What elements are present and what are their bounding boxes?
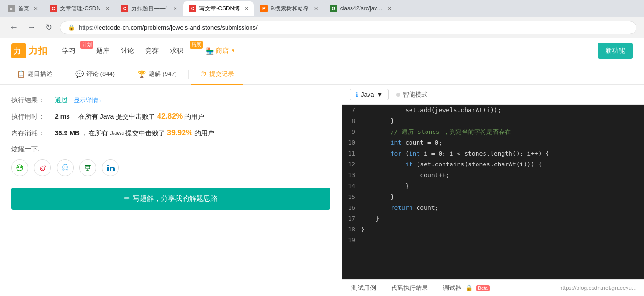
- top-nav: 力 力扣 学习 计划 题库 讨论 竞赛 求职 拓展 🏪 商店 ▼ 新功能: [0, 38, 644, 64]
- svg-point-4: [41, 168, 42, 169]
- nav-item-problems[interactable]: 题库: [96, 45, 109, 57]
- svg-text:力: 力: [13, 47, 21, 55]
- ptab-label-solutions: 题解 (947): [149, 70, 177, 78]
- tab-favicon-6: G: [330, 5, 337, 12]
- share-douban[interactable]: [79, 159, 96, 176]
- tab-favicon-1: ≡: [8, 5, 15, 12]
- line-code-13: count++;: [361, 170, 644, 181]
- tab-title-2: 文章管理-CSDN: [60, 5, 100, 13]
- code-line-8: 8 }: [342, 115, 644, 126]
- nav-item-jobs[interactable]: 求职 拓展: [170, 45, 194, 57]
- problem-tabs: 📋 题目描述 💬 评论 (844) 🏆 题解 (947) ⏱ 提交记录: [0, 64, 644, 85]
- code-line-14: 14 }: [342, 181, 644, 191]
- description-icon: 📋: [17, 70, 25, 78]
- nav-item-store[interactable]: 🏪 商店 ▼: [206, 45, 235, 57]
- tab-close-3[interactable]: ×: [173, 5, 177, 12]
- line-code-16: return count;: [361, 202, 644, 213]
- result-section: 执行结果： 通过 显示详情 › 执行用时： 2 ms ，在所有 Java 提交中…: [11, 96, 330, 138]
- smart-mode: 智能模式: [396, 90, 427, 99]
- code-line-10: 10 int count = 0;: [342, 137, 644, 148]
- line-code-15: }: [361, 191, 644, 202]
- memory-row: 内存消耗： 36.9 MB ，在所有 Java 提交中击败了 39.92% 的用…: [11, 129, 330, 138]
- line-num-9: 9: [342, 126, 361, 137]
- tab-close-1[interactable]: ×: [34, 5, 38, 12]
- reload-button[interactable]: ↻: [43, 20, 54, 34]
- submissions-icon: ⏱: [200, 70, 207, 78]
- svg-rect-9: [86, 166, 90, 169]
- new-feature-button[interactable]: 新功能: [598, 43, 633, 59]
- line-num-15: 15: [342, 191, 361, 202]
- code-area[interactable]: 7 set.add(jewels.charAt(i)); 8 } 9 // 遍历…: [342, 105, 644, 279]
- time-value: 2 ms ，在所有 Java 提交中击败了 42.82% 的用户: [55, 112, 204, 121]
- time-label: 执行用时：: [11, 113, 49, 121]
- pass-label[interactable]: 通过: [55, 96, 68, 105]
- share-qq[interactable]: [57, 159, 74, 176]
- forward-button[interactable]: →: [25, 21, 38, 34]
- nav-item-contest[interactable]: 竞赛: [145, 45, 159, 57]
- smart-mode-label: 智能模式: [403, 90, 427, 99]
- lock-icon-debugger: 🔒: [465, 284, 473, 291]
- code-line-12: 12 if (set.contains(stones.charAt(i))) {: [342, 159, 644, 170]
- line-code-11: for (int i = 0; i < stones.length(); i++…: [361, 148, 644, 159]
- btab-testcase[interactable]: 测试用例: [350, 284, 378, 292]
- memory-value: 36.9 MB ，在所有 Java 提交中击败了 39.92% 的用户: [55, 129, 214, 138]
- code-line-16: 16 return count;: [342, 202, 644, 213]
- tab-close-4[interactable]: ×: [244, 5, 248, 12]
- ptab-comments[interactable]: 💬 评论 (844): [66, 64, 124, 85]
- code-line-13: 13 count++;: [342, 170, 644, 181]
- nav-item-discuss[interactable]: 讨论: [121, 45, 134, 57]
- url-protocol: https://: [79, 24, 97, 31]
- ptab-label-comments: 评论 (844): [86, 70, 115, 78]
- tab-close-5[interactable]: ×: [314, 5, 318, 12]
- line-num-7: 7: [342, 105, 361, 115]
- btab-exec-result[interactable]: 代码执行结果: [389, 284, 430, 292]
- info-icon: ℹ: [356, 91, 358, 98]
- ptab-solutions[interactable]: 🏆 题解 (947): [128, 64, 186, 85]
- execution-result-row: 执行结果： 通过 显示详情 ›: [11, 96, 330, 105]
- url-domain: leetcode-cn.com: [97, 24, 142, 31]
- tab-3[interactable]: C 力扣题目——1 ×: [115, 1, 183, 16]
- language-selector[interactable]: ℹ Java ▼: [350, 89, 389, 100]
- ptab-submissions[interactable]: ⏱ 提交记录: [191, 64, 243, 85]
- line-num-13: 13: [342, 170, 361, 181]
- svg-point-6: [64, 167, 65, 168]
- url-text: https://leetcode-cn.com/problems/jewels-…: [79, 24, 258, 31]
- share-wechat[interactable]: [11, 159, 28, 176]
- url-path: /problems/jewels-and-stones/submissions/: [142, 24, 257, 31]
- share-linkedin[interactable]: [102, 159, 119, 176]
- tab-title-3: 力扣题目——1: [131, 5, 168, 13]
- line-code-7: set.add(jewels.charAt(i));: [361, 105, 644, 115]
- logo[interactable]: 力 力扣: [11, 43, 47, 58]
- time-row: 执行用时： 2 ms ，在所有 Java 提交中击败了 42.82% 的用户: [11, 112, 330, 121]
- logo-icon: 力: [11, 43, 26, 58]
- line-num-19: 19: [342, 235, 361, 246]
- url-bar[interactable]: 🔒 https://leetcode-cn.com/problems/jewel…: [60, 21, 636, 34]
- tab-favicon-2: C: [50, 5, 57, 12]
- ptab-description[interactable]: 📋 题目描述: [8, 64, 62, 85]
- nav-item-study[interactable]: 学习 计划: [62, 45, 85, 57]
- line-code-18: }: [361, 224, 644, 235]
- tab-2[interactable]: C 文章管理-CSDN ×: [44, 1, 115, 16]
- code-line-18: 18 }: [342, 224, 644, 235]
- lock-icon: 🔒: [68, 24, 75, 31]
- tab-5[interactable]: P 9.搜索树和哈希 ×: [254, 1, 323, 16]
- tab-title-1: 首页: [18, 5, 29, 13]
- detail-link[interactable]: 显示详情 ›: [74, 96, 101, 105]
- browser-chrome: ≡ 首页 × C 文章管理-CSDN × C 力扣题目——1 × C 写文章-C…: [0, 0, 644, 38]
- svg-rect-12: [107, 167, 109, 171]
- tab-title-5: 9.搜索树和哈希: [270, 5, 309, 13]
- btab-debugger[interactable]: 调试器 🔒 Beta: [441, 284, 492, 292]
- tab-close-6[interactable]: ×: [387, 5, 391, 12]
- tab-6[interactable]: G class42/src/jav… ×: [324, 1, 397, 16]
- tab-1[interactable]: ≡ 首页 ×: [2, 1, 43, 16]
- editor-toolbar: ℹ Java ▼ 智能模式: [342, 85, 644, 105]
- share-icons: [11, 159, 330, 176]
- line-code-12: if (set.contains(stones.charAt(i))) {: [361, 159, 644, 170]
- comments-icon: 💬: [75, 70, 84, 78]
- back-button[interactable]: ←: [8, 21, 20, 34]
- share-weibo[interactable]: [34, 159, 51, 176]
- left-panel: 执行结果： 通过 显示详情 › 执行用时： 2 ms ，在所有 Java 提交中…: [0, 85, 342, 296]
- write-solution-button[interactable]: ✏ 写题解，分享我的解题思路: [11, 188, 330, 210]
- tab-close-2[interactable]: ×: [105, 5, 109, 12]
- tab-4[interactable]: C 写文章-CSDN博 ×: [183, 1, 254, 16]
